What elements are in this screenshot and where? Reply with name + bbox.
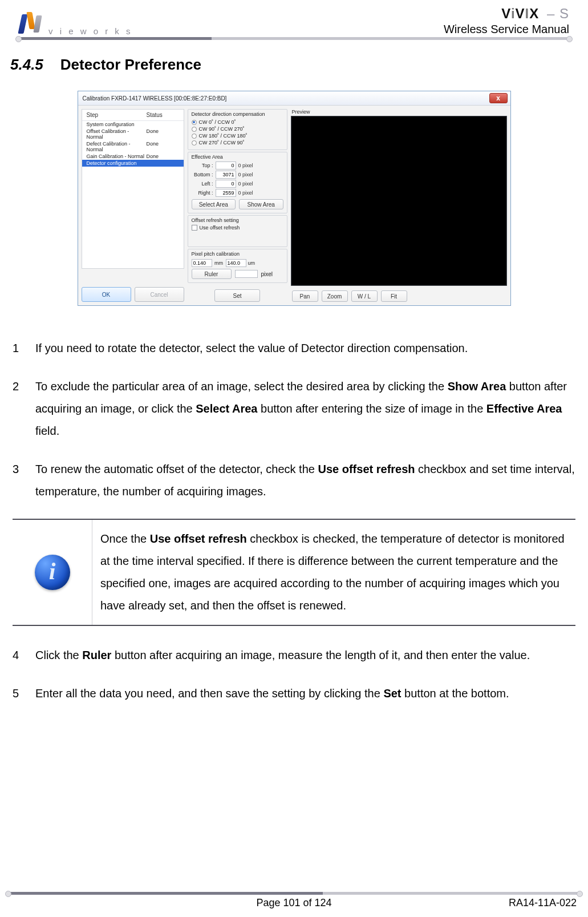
vieworks-mark-icon [19, 12, 45, 36]
step-row[interactable]: Offset Calibration - NormalDone [82, 128, 184, 140]
status-header: Status [147, 112, 163, 118]
section-title: Detector Preference [60, 56, 201, 74]
pixel-pitch-title: Pixel pitch calibration [192, 251, 283, 257]
direction-option[interactable]: CW 90˚ / CCW 270˚ [192, 126, 283, 132]
cancel-button[interactable]: Cancel [135, 287, 184, 302]
section-number: 5.4.5 [10, 56, 43, 74]
instruction-list: 1 If you need to rotate the detector, se… [13, 337, 575, 503]
radio-icon [192, 134, 197, 139]
header-rule [19, 37, 569, 40]
footer-page: Page 101 of 124 [0, 897, 588, 909]
pixel-pitch-group: Pixel pitch calibration mm um Ruler pixe… [188, 249, 287, 283]
step-header: Step [87, 112, 147, 118]
step-row[interactable]: Defect Calibration - NormalDone [82, 140, 184, 153]
use-offset-refresh-checkbox[interactable]: Use offset refresh [192, 225, 283, 231]
info-text: Once the Use offset refresh checkbox is … [92, 520, 575, 625]
direction-group: Detector direction compensation CW 0˚ / … [188, 109, 287, 150]
preview-label: Preview [292, 109, 507, 115]
radio-icon [192, 127, 197, 132]
ea-left-input[interactable] [216, 180, 236, 188]
page-footer: Page 101 of 124 RA14-11A-022 [0, 892, 588, 909]
offset-refresh-title: Offset refresh setting [192, 217, 283, 223]
instruction-item: 4 Click the Ruler button after acquiring… [13, 644, 575, 666]
effective-area-title: Effective Area [192, 154, 283, 160]
preview-area[interactable] [291, 116, 507, 286]
pan-button[interactable]: Pan [292, 290, 318, 302]
calibration-dialog: Calibration FXRD-1417 WIRELESS [00:0E:8E… [78, 91, 511, 306]
step-row[interactable]: Detector configuration [82, 160, 184, 167]
zoom-button[interactable]: Zoom [322, 290, 348, 302]
ok-button[interactable]: OK [82, 287, 131, 302]
instruction-item: 3 To renew the automatic offset of the d… [13, 458, 575, 503]
step-row[interactable]: System configuration [82, 121, 184, 128]
instruction-list-2: 4 Click the Ruler button after acquiring… [13, 644, 575, 705]
ea-bottom-input[interactable] [216, 171, 236, 179]
show-area-button[interactable]: Show Area [239, 199, 283, 209]
header-right: ViVIX – S Wireless Service Manual [444, 6, 569, 36]
footer-rule [9, 892, 579, 895]
info-icon: i [35, 555, 70, 590]
radio-icon [192, 140, 197, 146]
dialog-titlebar: Calibration FXRD-1417 WIRELESS [00:0E:8E… [78, 91, 510, 106]
um-input[interactable] [226, 259, 246, 267]
ea-right-input[interactable] [216, 189, 236, 197]
direction-option[interactable]: CW 180˚ / CCW 180˚ [192, 132, 283, 139]
instruction-item: 1 If you need to rotate the detector, se… [13, 337, 575, 359]
instruction-item: 2 To exclude the particular area of an i… [13, 375, 575, 442]
ruler-button[interactable]: Ruler [192, 269, 232, 279]
checkbox-icon [192, 225, 197, 231]
set-button[interactable]: Set [214, 289, 260, 302]
radio-icon [192, 120, 197, 125]
effective-area-group: Effective Area Top :0 pixel Bottom :0 pi… [188, 152, 287, 213]
ea-top-input[interactable] [216, 161, 236, 169]
close-button[interactable]: x [489, 93, 508, 103]
section-heading: 5.4.5 Detector Preference [10, 56, 578, 74]
direction-title: Detector direction compensation [192, 111, 283, 117]
select-area-button[interactable]: Select Area [192, 199, 236, 209]
offset-refresh-group: Offset refresh setting Use offset refres… [188, 215, 287, 247]
doc-title: Wireless Service Manual [444, 23, 569, 36]
page-header: v i e w o r k s ViVIX – S Wireless Servi… [10, 0, 578, 36]
fit-button[interactable]: Fit [381, 290, 407, 302]
step-row[interactable]: Gain Calibration - NormalDone [82, 153, 184, 160]
mm-input[interactable] [192, 259, 212, 267]
vieworks-logo-text: v i e w o r k s [48, 26, 133, 36]
ruler-pixel-input[interactable] [235, 270, 258, 278]
wl-button[interactable]: W / L [351, 290, 378, 302]
product-brand: ViVIX – S [444, 6, 569, 22]
vieworks-logo: v i e w o r k s [19, 12, 133, 36]
direction-option[interactable]: CW 0˚ / CCW 0˚ [192, 119, 283, 126]
step-list[interactable]: Step Status System configuration Offset … [82, 109, 184, 269]
dialog-title: Calibration FXRD-1417 WIRELESS [00:0E:8E… [83, 95, 227, 102]
direction-option[interactable]: CW 270˚ / CCW 90˚ [192, 139, 283, 146]
info-callout: i Once the Use offset refresh checkbox i… [13, 519, 575, 626]
instruction-item: 5 Enter all the data you need, and then … [13, 682, 575, 705]
